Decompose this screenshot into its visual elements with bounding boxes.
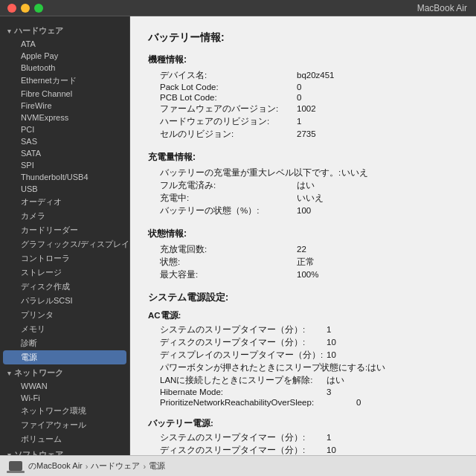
table-row: 充電中: いいえ bbox=[148, 192, 458, 205]
breadcrumb-sep-1: › bbox=[86, 462, 89, 471]
info-label: システムのスリープタイマー（分）: bbox=[148, 324, 327, 335]
info-value: いいえ bbox=[341, 167, 458, 178]
device-info-title: 機種情報: bbox=[148, 54, 458, 66]
breadcrumb-sep-2: › bbox=[143, 462, 146, 471]
charge-info-group: 充電量情報: バッテリーの充電量が重大レベル以下です。: いいえ フル充電済み:… bbox=[148, 151, 458, 217]
sidebar-item-pci[interactable]: PCI bbox=[0, 123, 129, 135]
info-label: フル充電済み: bbox=[148, 180, 297, 191]
info-label: セルのリビジョン: bbox=[148, 129, 297, 140]
info-label: パワーボタンが押されたときにスリープ状態にする: bbox=[148, 362, 367, 373]
info-value: 1 bbox=[297, 117, 458, 126]
sidebar-item-firewall[interactable]: ファイアウォール bbox=[0, 418, 129, 432]
info-label: デバイス名: bbox=[148, 70, 297, 81]
info-label: 最大容量: bbox=[148, 269, 297, 280]
info-label: ディスクのスリープタイマー（分）: bbox=[148, 445, 327, 455]
info-label: Hibernate Mode: bbox=[148, 387, 327, 396]
info-value: 10 bbox=[327, 446, 458, 454]
table-row: バッテリーの状態（%）: 100 bbox=[148, 205, 458, 217]
info-label: バッテリーの状態（%）: bbox=[148, 205, 297, 216]
chevron-down-icon: ▾ bbox=[7, 370, 11, 377]
sidebar-item-firewire[interactable]: FireWire bbox=[0, 100, 129, 112]
ac-power-title: AC電源: bbox=[148, 310, 458, 321]
table-row: システムのスリープタイマー（分）: 1 bbox=[148, 431, 458, 444]
table-row: デバイス名: bq20z451 bbox=[148, 69, 458, 82]
table-row: バッテリーの充電量が重大レベル以下です。: いいえ bbox=[148, 167, 458, 179]
maximize-button[interactable] bbox=[34, 4, 43, 13]
sidebar-section-software[interactable]: ▾ ソフトウェア bbox=[0, 446, 129, 455]
sidebar-item-graphics[interactable]: グラフィックス/ディスプレイ bbox=[0, 237, 129, 251]
info-label: ハードウェアのリビジョン: bbox=[148, 116, 297, 127]
table-row: PrioritizeNetworkReachabilityOverSleep: … bbox=[148, 397, 458, 408]
sidebar-item-sas[interactable]: SAS bbox=[0, 135, 129, 147]
table-row: 最大容量: 100% bbox=[148, 268, 458, 281]
charge-info-title: 充電量情報: bbox=[148, 151, 458, 164]
sidebar-item-wwan[interactable]: WWAN bbox=[0, 380, 129, 392]
info-label: Pack Lot Code: bbox=[148, 83, 297, 91]
sidebar-item-bluetooth[interactable]: Bluetooth bbox=[0, 62, 129, 74]
table-row: LANに接続したときにスリープを解除: はい bbox=[148, 374, 458, 387]
sidebar-item-spi[interactable]: SPI bbox=[0, 159, 129, 171]
window-controls bbox=[7, 4, 43, 13]
info-value: 2735 bbox=[297, 129, 458, 138]
sidebar-item-usb[interactable]: USB bbox=[0, 183, 129, 195]
detail-panel: バッテリー情報: 機種情報: デバイス名: bq20z451 Pack Lot … bbox=[130, 16, 476, 455]
sidebar-item-power[interactable]: 電源 bbox=[3, 350, 126, 364]
info-value: 0 bbox=[356, 398, 458, 407]
close-button[interactable] bbox=[7, 4, 16, 13]
table-row: ディスクのスリープタイマー（分）: 10 bbox=[148, 444, 458, 455]
sidebar-item-wifi[interactable]: Wi-Fi bbox=[0, 392, 129, 404]
info-label: バッテリーの充電量が重大レベル以下です。: bbox=[148, 167, 341, 178]
sidebar-item-camera[interactable]: カメラ bbox=[0, 209, 129, 223]
sidebar-item-controller[interactable]: コントローラ bbox=[0, 251, 129, 266]
sidebar-item-thunderbolt[interactable]: Thunderbolt/USB4 bbox=[0, 171, 129, 183]
sidebar-item-ethernet[interactable]: Ethernetカード bbox=[0, 74, 129, 88]
sidebar-item-volume[interactable]: ボリューム bbox=[0, 432, 129, 446]
sidebar-item-memory[interactable]: メモリ bbox=[0, 322, 129, 336]
sidebar-item-scsi[interactable]: パラレルSCSI bbox=[0, 294, 129, 308]
table-row: Pack Lot Code: 0 bbox=[148, 82, 458, 92]
info-value: bq20z451 bbox=[297, 71, 458, 80]
info-value: はい bbox=[297, 180, 458, 191]
table-row: システムのスリープタイマー（分）: 1 bbox=[148, 324, 458, 336]
info-value: 0 bbox=[297, 83, 458, 91]
sidebar-item-printer[interactable]: プリンタ bbox=[0, 308, 129, 322]
power-settings-title: システム電源設定: bbox=[148, 292, 458, 304]
table-row: PCB Lot Code: 0 bbox=[148, 92, 458, 103]
sidebar-item-fibre[interactable]: Fibre Channel bbox=[0, 88, 129, 100]
sidebar-section-hardware[interactable]: ▾ ハードウェア bbox=[0, 22, 129, 38]
window-title: MacBook Air bbox=[417, 3, 467, 13]
table-row: フル充電済み: はい bbox=[148, 179, 458, 192]
battery-power-title: バッテリー電源: bbox=[148, 418, 458, 429]
table-row: ファームウェアのバージョン: 1002 bbox=[148, 103, 458, 115]
info-value: 正常 bbox=[297, 257, 458, 268]
table-row: 状態: 正常 bbox=[148, 256, 458, 268]
sidebar-item-applepay[interactable]: Apple Pay bbox=[0, 50, 129, 62]
sidebar-item-nvme[interactable]: NVMExpress bbox=[0, 112, 129, 123]
info-label: 状態: bbox=[148, 257, 297, 268]
info-value: 1 bbox=[327, 433, 458, 442]
minimize-button[interactable] bbox=[21, 4, 30, 13]
table-row: セルのリビジョン: 2735 bbox=[148, 128, 458, 141]
info-label: システムのスリープタイマー（分）: bbox=[148, 432, 327, 443]
sidebar-item-disk[interactable]: ディスク作成 bbox=[0, 280, 129, 294]
sidebar-item-storage[interactable]: ストレージ bbox=[0, 266, 129, 280]
breadcrumb-laptop: のMacBook Air bbox=[28, 460, 83, 472]
sidebar-item-network[interactable]: ネットワーク環境 bbox=[0, 404, 129, 418]
main-window: MacBook Air ▾ ハードウェア ATA Apple Pay Bluet… bbox=[0, 0, 476, 476]
sidebar-section-network[interactable]: ▾ ネットワーク bbox=[0, 364, 129, 380]
page-title: バッテリー情報: bbox=[148, 31, 458, 45]
sidebar-item-ata[interactable]: ATA bbox=[0, 38, 129, 50]
sidebar-item-sata[interactable]: SATA bbox=[0, 147, 129, 159]
table-row: Hibernate Mode: 3 bbox=[148, 387, 458, 397]
info-value: はい bbox=[327, 375, 458, 386]
sidebar-item-cardreader[interactable]: カードリーダー bbox=[0, 223, 129, 237]
info-label: 充放電回数: bbox=[148, 244, 297, 255]
device-info-group: 機種情報: デバイス名: bq20z451 Pack Lot Code: 0 P… bbox=[148, 54, 458, 141]
info-value: 0 bbox=[297, 93, 458, 102]
info-value: 10 bbox=[327, 350, 458, 359]
info-label: PrioritizeNetworkReachabilityOverSleep: bbox=[148, 398, 356, 407]
breadcrumb-power: 電源 bbox=[149, 460, 165, 472]
sidebar: ▾ ハードウェア ATA Apple Pay Bluetooth Etherne… bbox=[0, 16, 130, 455]
sidebar-item-diag[interactable]: 診断 bbox=[0, 336, 129, 350]
sidebar-item-audio[interactable]: オーディオ bbox=[0, 195, 129, 209]
